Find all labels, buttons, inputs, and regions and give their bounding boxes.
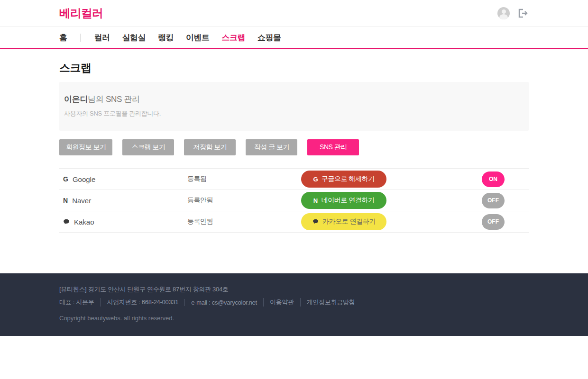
kakao-bubble-icon — [312, 218, 319, 225]
nav-item-event[interactable]: 이벤트 — [186, 32, 210, 43]
panel-subtitle: 사용자의 SNS 프로필을 관리합니다. — [64, 109, 524, 118]
action-label: 구글으로 해제하기 — [322, 175, 374, 183]
naver-n-icon: N — [63, 197, 68, 204]
nav-item-shop[interactable]: 쇼핑몰 — [257, 32, 281, 43]
main-content: 스크랩 이온디님의 SNS 관리 사용자의 SNS 프로필을 관리합니다. 회원… — [59, 61, 529, 233]
tab-saved-box[interactable]: 저장함 보기 — [184, 139, 236, 155]
user-avatar-icon[interactable] — [497, 7, 510, 19]
table-row-google: G Google 등록됨 G 구글으로 해제하기 ON — [59, 169, 529, 190]
panel-title-rest: 님의 SNS 관리 — [88, 95, 140, 104]
sns-provider-table: G Google 등록됨 G 구글으로 해제하기 ON N Naver 등록안됨… — [59, 168, 529, 233]
footer-terms-link[interactable]: 이용약관 — [263, 298, 300, 307]
naver-connect-button[interactable]: N 네이버로 연결하기 — [301, 192, 386, 209]
provider-name: Naver — [72, 197, 91, 205]
status-label: 등록안됨 — [187, 196, 301, 205]
footer: [뷰티웹스] 경기도 안산시 단원구 연수원로 87번지 창의관 304호 대표… — [0, 273, 588, 336]
nav-item-home[interactable]: 홈 — [59, 32, 67, 43]
nav-item-scrap[interactable]: 스크랩 — [222, 32, 246, 43]
table-row-kakao: Kakao 등록안됨 카카오로 연결하기 OFF — [59, 211, 529, 233]
logout-icon[interactable] — [516, 7, 529, 19]
table-row-naver: N Naver 등록안됨 N 네이버로 연결하기 OFF — [59, 190, 529, 211]
footer-ceo: 대표 : 사은우 — [59, 298, 100, 307]
footer-email: e-mail : cs@varycolor.net — [184, 299, 263, 306]
google-g-icon: G — [313, 176, 318, 183]
provider-cell: N Naver — [59, 197, 187, 205]
tab-scrap-view[interactable]: 스크랩 보기 — [122, 139, 174, 155]
tab-member-info[interactable]: 회원정보 보기 — [59, 139, 112, 155]
tab-sns-management[interactable]: SNS 관리 — [307, 139, 359, 155]
google-g-icon: G — [63, 175, 68, 183]
status-label: 등록됨 — [187, 175, 301, 183]
kakao-toggle[interactable]: OFF — [482, 214, 505, 230]
nav-item-lab[interactable]: 실험실 — [122, 32, 146, 43]
nav-item-ranking[interactable]: 랭킹 — [158, 32, 174, 43]
google-toggle[interactable]: ON — [482, 171, 505, 187]
footer-info-row: 대표 : 사은우 사업자번호 : 668-24-00331 e-mail : c… — [59, 298, 529, 307]
page-title: 스크랩 — [59, 61, 529, 75]
brand-logo[interactable]: 베리컬러 — [59, 6, 103, 21]
action-label: 네이버로 연결하기 — [322, 196, 374, 205]
username: 이온디 — [64, 95, 88, 104]
kakao-connect-button[interactable]: 카카오로 연결하기 — [301, 213, 386, 230]
provider-name: Google — [73, 175, 95, 183]
nav-divider — [81, 34, 81, 42]
footer-privacy-link[interactable]: 개인정보취급방침 — [300, 298, 361, 307]
tab-written-posts[interactable]: 작성 글 보기 — [246, 139, 297, 155]
nav-item-color[interactable]: 컬러 — [94, 32, 110, 43]
action-label: 카카오로 연결하기 — [322, 217, 375, 226]
footer-copyright: Copyright beautywebs. all rights reserve… — [59, 315, 529, 322]
provider-name: Kakao — [74, 218, 94, 226]
provider-cell: Kakao — [59, 218, 187, 226]
footer-business-number: 사업자번호 : 668-24-00331 — [100, 298, 184, 307]
footer-address: [뷰티웹스] 경기도 안산시 단원구 연수원로 87번지 창의관 304호 — [59, 285, 529, 294]
header: 베리컬러 — [0, 0, 588, 27]
status-label: 등록안됨 — [187, 217, 301, 226]
panel-title: 이온디님의 SNS 관리 — [64, 94, 524, 105]
naver-n-icon: N — [313, 197, 318, 204]
google-disconnect-button[interactable]: G 구글으로 해제하기 — [301, 171, 386, 188]
provider-cell: G Google — [59, 175, 187, 183]
kakao-bubble-icon — [63, 218, 70, 225]
profile-tabs: 회원정보 보기 스크랩 보기 저장함 보기 작성 글 보기 SNS 관리 — [59, 139, 529, 155]
main-nav: 홈 컬러 실험실 랭킹 이벤트 스크랩 쇼핑몰 — [0, 27, 588, 49]
sns-management-panel: 이온디님의 SNS 관리 사용자의 SNS 프로필을 관리합니다. — [59, 82, 529, 131]
naver-toggle[interactable]: OFF — [482, 193, 505, 208]
